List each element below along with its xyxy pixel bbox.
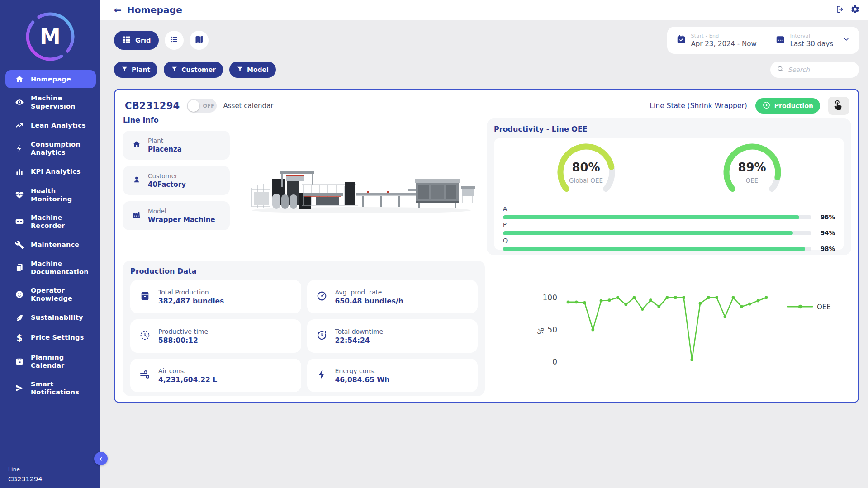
global-oee-gauge: 80% Global OEE	[552, 141, 620, 205]
gear-icon[interactable]	[850, 5, 860, 16]
sidebar-collapse-button[interactable]	[94, 452, 108, 465]
sidebar-item-homepage[interactable]: Homepage	[5, 70, 96, 88]
recorder-icon	[14, 217, 24, 226]
oee-label: OEE	[718, 177, 786, 184]
person-icon	[132, 175, 141, 186]
bar-label-a: A	[503, 205, 835, 212]
bar-value-q: 98%	[817, 245, 835, 252]
sidebar-item-label: Health Monitoring	[31, 187, 92, 203]
sidebar-item-maintenance[interactable]: Maintenance	[5, 236, 96, 254]
speedometer-icon	[316, 290, 327, 303]
app-logo: M	[0, 0, 100, 69]
home-icon	[14, 75, 24, 84]
date-controls: Start - End Apr 23, 2024 - Now Interval …	[667, 27, 859, 54]
line-label: Line	[8, 466, 42, 473]
bar-fill-q	[503, 247, 805, 251]
filter-model-button[interactable]: Model	[229, 62, 276, 78]
trend-icon	[14, 121, 24, 130]
sidebar-item-consumption-analytics[interactable]: Consumption Analytics	[5, 136, 96, 161]
bar-track	[503, 215, 811, 219]
filter-plant-button[interactable]: Plant	[114, 62, 157, 78]
interval-value: Last 30 days	[790, 40, 833, 48]
toggle-knob	[188, 100, 199, 112]
plant-value: Piacenza	[148, 145, 182, 153]
model-info-card: Model Wrapper Machine	[123, 201, 230, 230]
performance-bar-row: P 94%	[503, 221, 835, 237]
svg-text:0: 0	[552, 357, 557, 366]
operator-icon	[14, 290, 24, 299]
bar-track	[503, 247, 811, 251]
availability-bar-row: A 96%	[503, 205, 835, 221]
play-circle-icon	[762, 101, 771, 111]
heart-pulse-icon	[14, 190, 24, 199]
sidebar-item-machine-supervision[interactable]: Machine Supervision	[5, 90, 96, 115]
calendar-icon	[14, 357, 24, 366]
customer-value: 40Factory	[148, 180, 186, 189]
box-icon	[139, 290, 151, 303]
page-title: Homepage	[127, 5, 182, 15]
sidebar-item-label: Price Settings	[31, 333, 84, 341]
sidebar-item-smart-notifications[interactable]: Smart Notifications	[5, 375, 96, 401]
sidebar-item-operator-knowledge[interactable]: Operator Knowledge	[5, 282, 96, 307]
sidebar-item-label: Machine Recorder	[31, 213, 92, 230]
status-label: Production	[774, 102, 813, 109]
search-input[interactable]	[788, 66, 853, 73]
bar-fill-a	[503, 215, 799, 219]
date-range-label: Start - End	[691, 33, 757, 39]
svg-text:%: %	[536, 327, 546, 335]
date-range-picker[interactable]: Start - End Apr 23, 2024 - Now	[667, 33, 766, 48]
leaf-icon	[14, 313, 24, 322]
svg-text:OEE: OEE	[817, 303, 831, 311]
sidebar-item-machine-documentation[interactable]: Machine Documentation	[5, 255, 96, 280]
toggle-state-label: OFF	[203, 103, 215, 109]
view-list-button[interactable]	[165, 31, 184, 50]
oee-trend-chart: 100500%OEE	[499, 274, 852, 387]
back-arrow-icon[interactable]	[114, 5, 122, 15]
status-badge[interactable]: Production	[755, 98, 820, 114]
svg-text:50: 50	[547, 325, 557, 334]
total-downtime-value: 22:54:24	[335, 336, 384, 345]
sidebar-item-machine-recorder[interactable]: Machine Recorder	[5, 209, 96, 234]
oee-gauge: 89% OEE	[718, 141, 786, 205]
oee-card: 80% Global OEE 89% OEE	[494, 138, 844, 250]
sidebar-item-health-monitoring[interactable]: Health Monitoring	[5, 182, 96, 208]
sidebar-item-label: Sustainability	[31, 313, 83, 322]
avg-prod-rate-label: Avg. prod. rate	[335, 289, 403, 296]
sidebar-item-price-settings[interactable]: $ Price Settings	[5, 328, 96, 347]
global-oee-value: 80%	[552, 161, 620, 174]
sidebar-item-lean-analytics[interactable]: Lean Analytics	[5, 116, 96, 134]
list-icon	[170, 35, 179, 46]
asset-calendar-toggle[interactable]: OFF	[187, 99, 217, 113]
documents-icon	[14, 263, 24, 272]
interval-select[interactable]: Interval Last 30 days	[766, 33, 859, 48]
line-info-section: Line Info Plant Piacenza Customer 40Fact…	[123, 116, 230, 230]
sidebar-item-label: Machine Documentation	[31, 260, 92, 276]
production-data-title: Production Data	[130, 267, 478, 275]
view-grid-button[interactable]: Grid	[114, 31, 159, 50]
factory-icon	[132, 210, 141, 221]
interact-button[interactable]	[828, 97, 849, 115]
filter-customer-button[interactable]: Customer	[164, 62, 223, 78]
filter-model-label: Model	[247, 66, 269, 73]
sidebar-item-planning-calendar[interactable]: Planning Calendar	[5, 349, 96, 374]
line-state-label: Line State (Shrink Wrapper)	[650, 102, 747, 110]
sidebar-item-kpi-analytics[interactable]: KPI Analytics	[5, 163, 96, 181]
sidebar-item-label: Consumption Analytics	[31, 140, 92, 156]
productive-time-card: Productive time 588:00:12	[130, 319, 301, 353]
sidebar-item-sustainability[interactable]: Sustainability	[5, 309, 96, 327]
filter-icon	[171, 66, 178, 74]
air-consumption-value: 4,231,604.22 L	[158, 376, 217, 384]
logout-icon[interactable]	[835, 5, 845, 16]
content-area: Grid Start - End Apr 23, 2024 - Now	[100, 20, 868, 488]
customer-label: Customer	[148, 172, 186, 180]
eye-icon	[14, 98, 24, 107]
quality-bar-row: Q 98%	[503, 237, 835, 252]
productivity-section: Productivity - Line OEE 80% Global OEE	[487, 118, 851, 255]
view-map-button[interactable]	[190, 31, 209, 50]
total-production-label: Total Production	[158, 289, 224, 296]
logo-letter: M	[40, 24, 61, 49]
productivity-title: Productivity - Line OEE	[494, 125, 844, 133]
line-code: CB231294	[8, 475, 42, 483]
plant-info-card: Plant Piacenza	[123, 131, 230, 160]
bar-fill-p	[503, 231, 793, 235]
